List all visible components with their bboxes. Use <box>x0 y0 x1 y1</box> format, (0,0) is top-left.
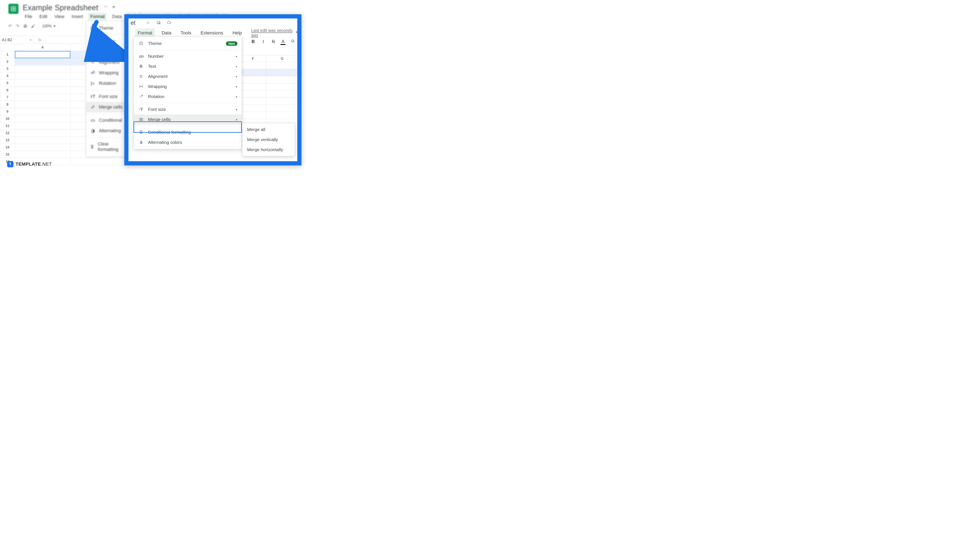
fill-color-button[interactable] <box>289 39 296 45</box>
row-header[interactable]: 8 <box>0 101 15 108</box>
col-header-A[interactable]: A <box>15 44 70 51</box>
cell[interactable] <box>266 91 297 98</box>
menu-file[interactable]: File <box>23 13 34 21</box>
undo-icon[interactable]: ↶ <box>8 24 12 29</box>
cloud-status-icon[interactable] <box>166 20 172 25</box>
menu-insert[interactable]: Insert <box>70 13 85 21</box>
menu-item-rotation[interactable]: Rotation ▸ <box>134 92 242 102</box>
cell[interactable] <box>266 112 297 119</box>
cell[interactable] <box>70 158 126 165</box>
cell[interactable] <box>15 87 70 94</box>
bold-button[interactable]: B <box>250 39 256 44</box>
col-header-G[interactable]: G <box>266 56 297 62</box>
row-header[interactable]: 10 <box>0 115 15 123</box>
row-header[interactable]: 14 <box>0 144 15 151</box>
cell[interactable] <box>15 58 70 65</box>
menu-item-alignment[interactable]: Alignment ▸ <box>134 72 242 81</box>
cell[interactable] <box>15 129 70 137</box>
cell[interactable] <box>266 62 297 69</box>
cell[interactable] <box>15 151 70 158</box>
redo-icon[interactable]: ↷ <box>16 24 19 29</box>
menu-extensions[interactable]: Extensions <box>198 29 226 37</box>
cell[interactable] <box>15 115 70 123</box>
cloud-status-icon[interactable]: ☁ <box>112 4 115 8</box>
menu-tools[interactable]: Tools <box>178 29 194 37</box>
cell[interactable] <box>240 91 266 98</box>
cell[interactable] <box>240 98 266 105</box>
row-header[interactable]: 5 <box>0 80 15 87</box>
document-title[interactable]: Example Spreadsheet <box>23 3 98 12</box>
cell[interactable] <box>15 80 70 87</box>
menu-data[interactable]: Data <box>159 29 174 37</box>
cell[interactable] <box>266 105 297 112</box>
move-icon[interactable] <box>156 20 161 25</box>
col-header-F[interactable]: F <box>240 56 266 62</box>
row-header[interactable]: 12 <box>0 129 15 137</box>
cell[interactable] <box>240 105 266 112</box>
cell[interactable] <box>15 137 70 144</box>
menu-edit[interactable]: Edit <box>37 13 49 21</box>
screenshot-canvas: Example Spreadsheet ☆ ▭ ☁ File Edit View… <box>0 0 305 173</box>
cell[interactable] <box>15 123 70 129</box>
cell[interactable] <box>15 72 70 80</box>
row-header[interactable]: 3 <box>0 65 15 72</box>
cell[interactable] <box>15 101 70 108</box>
format-dropdown-menu[interactable]: Theme New 123 Number ▸ B Text ▸ Alignmen… <box>134 37 242 149</box>
corner-cell[interactable] <box>0 44 15 51</box>
zoom-dropdown[interactable]: 100%▾ <box>39 23 59 29</box>
cell[interactable] <box>266 76 297 83</box>
cell[interactable] <box>15 144 70 151</box>
menu-item-fontsize[interactable]: тT Font size ▸ <box>134 104 242 115</box>
menu-item-alternating-colors[interactable]: Alternating colors <box>134 137 242 147</box>
menu-item-number[interactable]: 123 Number ▸ <box>134 51 242 61</box>
strikethrough-button[interactable]: S <box>270 39 277 44</box>
cell[interactable] <box>240 76 266 83</box>
cell[interactable] <box>240 83 266 91</box>
star-icon[interactable]: ☆ <box>97 4 100 8</box>
name-box[interactable]: A1:B2▾ <box>0 36 33 44</box>
text-color-button[interactable]: A <box>280 39 286 44</box>
row-header[interactable]: 11 <box>0 123 15 129</box>
cell[interactable] <box>240 69 266 76</box>
menu-help[interactable]: Help <box>230 29 244 37</box>
submenu-item-merge-vertically[interactable]: Merge vertically <box>242 135 294 145</box>
row-header[interactable]: 1 <box>0 51 15 58</box>
row-header[interactable]: 2 <box>0 58 15 65</box>
menu-item-conditional-formatting[interactable]: Conditional formatting <box>134 127 242 137</box>
cell[interactable] <box>240 112 266 119</box>
menu-item-text[interactable]: B Text ▸ <box>134 61 242 72</box>
menu-data[interactable]: Data <box>110 13 124 21</box>
menu-item-wrapping[interactable]: Wrapping ▸ <box>134 81 242 92</box>
cell[interactable] <box>266 83 297 91</box>
cell[interactable] <box>266 98 297 105</box>
merge-cells-submenu[interactable]: Merge all Merge vertically Merge horizon… <box>242 123 295 156</box>
paint-format-icon[interactable]: 🖌 <box>31 24 35 29</box>
title-action-icons: ☆ ▭ ☁ <box>97 4 115 8</box>
italic-button[interactable]: I <box>260 39 267 44</box>
row-header[interactable]: 6 <box>0 87 15 94</box>
menu-item-merge-cells[interactable]: Merge cells ▸ <box>134 115 242 124</box>
menu-view[interactable]: View <box>52 13 66 21</box>
cell[interactable] <box>15 94 70 101</box>
cell[interactable] <box>240 62 266 69</box>
row-header[interactable]: 4 <box>0 72 15 80</box>
star-icon[interactable]: ☆ <box>145 20 151 25</box>
menu-format[interactable]: Format <box>135 29 155 37</box>
menu-item-label: Theme <box>99 25 113 31</box>
foreground-grid-slice[interactable]: FG <box>240 56 297 119</box>
move-icon[interactable]: ▭ <box>104 4 107 8</box>
print-icon[interactable]: 🖶 <box>23 24 27 29</box>
row-header[interactable]: 7 <box>0 94 15 101</box>
last-edit-link[interactable]: Last edit was seconds ago <box>251 28 297 38</box>
cell[interactable] <box>15 51 70 58</box>
submenu-item-merge-horizontally[interactable]: Merge horizontally <box>242 145 294 155</box>
row-header[interactable]: 9 <box>0 108 15 115</box>
submenu-item-merge-all[interactable]: Merge all <box>242 124 294 135</box>
cell[interactable] <box>15 65 70 72</box>
row-header[interactable]: 13 <box>0 137 15 144</box>
row-header[interactable]: 15 <box>0 151 15 158</box>
cell[interactable] <box>15 108 70 115</box>
menu-item-theme[interactable]: Theme New <box>134 38 242 48</box>
menu-format[interactable]: Format <box>88 13 107 21</box>
cell[interactable] <box>266 69 297 76</box>
